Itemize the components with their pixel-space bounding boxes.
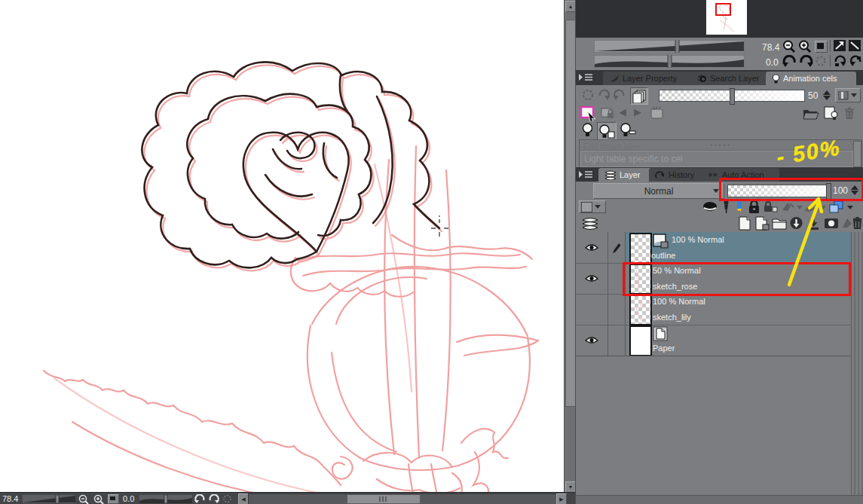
- rotate-flip-left-icon[interactable]: [834, 55, 846, 67]
- layer-name[interactable]: sketch_rose: [653, 282, 697, 291]
- scrollbar-thumb[interactable]: [565, 20, 576, 407]
- zoom-out-icon[interactable]: [782, 40, 795, 53]
- next-cel-icon[interactable]: ▶: [634, 106, 641, 118]
- layer-row-body[interactable]: 100 % Normal outline: [626, 232, 851, 263]
- statusbar-rotation-slider[interactable]: [139, 495, 192, 503]
- new-folder-icon[interactable]: [772, 217, 787, 230]
- spinner-up[interactable]: [823, 90, 831, 95]
- zoom-in-icon[interactable]: [798, 40, 811, 53]
- layer-row-body[interactable]: 100 % Normal sketch_lily: [626, 294, 851, 325]
- chevron-down-icon[interactable]: [820, 206, 826, 209]
- layer-opacity-spinner[interactable]: [849, 183, 859, 197]
- play-cels-icon[interactable]: [598, 89, 611, 101]
- reference-layer-icon[interactable]: [721, 200, 731, 214]
- chevron-down-icon[interactable]: [847, 206, 853, 209]
- onion-skin-icon[interactable]: [582, 89, 595, 101]
- show-all-cels-button[interactable]: [630, 87, 648, 105]
- reset-rotation-icon[interactable]: [816, 56, 827, 66]
- display-mode-dropdown[interactable]: [835, 88, 861, 102]
- rotate-flip-right-icon[interactable]: [849, 55, 862, 67]
- tab-animation-cels[interactable]: Animation cels: [766, 72, 856, 85]
- slider-handle[interactable]: [826, 183, 831, 200]
- statusbar-rotate-left-icon[interactable]: [194, 494, 206, 503]
- lock-icon[interactable]: [748, 200, 760, 214]
- canvas-horizontal-scrollbar[interactable]: [248, 493, 557, 504]
- visibility-cell[interactable]: [576, 263, 608, 294]
- lock-cel-icon[interactable]: [601, 107, 615, 120]
- lock-transparent-pixels-icon[interactable]: [764, 200, 778, 214]
- previous-cel-icon[interactable]: ◀: [619, 106, 626, 118]
- layer-thumbnail[interactable]: [629, 325, 652, 356]
- hscroll-right-button[interactable]: ▶: [556, 493, 567, 504]
- flip-vertical-icon[interactable]: [849, 40, 861, 52]
- navigator-rotation-slider[interactable]: [594, 55, 745, 68]
- new-cel-icon[interactable]: [650, 106, 665, 120]
- lightbulb-cel-button[interactable]: [597, 122, 617, 140]
- layer-row-sketch-rose[interactable]: 50 % Normal sketch_rose: [576, 263, 851, 295]
- merge-down-icon[interactable]: [806, 216, 821, 231]
- rotate-left-icon[interactable]: [782, 55, 797, 67]
- lightbulb-icon[interactable]: [582, 123, 593, 137]
- layer-name[interactable]: outline: [651, 251, 675, 260]
- layer-stack-icon[interactable]: [582, 217, 598, 230]
- palette-menu-icon[interactable]: [579, 170, 594, 179]
- tab-search-layer[interactable]: Search Layer: [690, 72, 775, 85]
- statusbar-fit-button[interactable]: [108, 494, 119, 504]
- new-vector-layer-icon[interactable]: [754, 216, 770, 231]
- rotate-right-icon[interactable]: [799, 55, 813, 67]
- spinner-down[interactable]: [851, 191, 858, 195]
- spinner-up[interactable]: [851, 185, 858, 190]
- tab-auto-action[interactable]: Auto Action: [702, 168, 779, 182]
- hscroll-thumb[interactable]: [347, 494, 421, 504]
- layer-row-body[interactable]: Paper: [626, 325, 851, 356]
- ruler-icon[interactable]: [804, 201, 819, 212]
- layer-thumbnail[interactable]: [629, 264, 652, 295]
- light-table-opacity-slider[interactable]: [659, 90, 805, 102]
- blend-mode-dropdown[interactable]: Normal: [593, 183, 724, 199]
- visibility-cell[interactable]: [576, 325, 608, 356]
- layer-mask-icon[interactable]: [824, 218, 839, 229]
- register-light-table-icon[interactable]: [580, 106, 598, 121]
- spinner-down[interactable]: [823, 96, 831, 100]
- cel-relay-icon[interactable]: [613, 89, 626, 101]
- clip-to-layer-below-icon[interactable]: [702, 201, 718, 212]
- palette-menu-icon[interactable]: [579, 73, 594, 82]
- eye-icon[interactable]: [585, 336, 598, 345]
- scroll-up-button[interactable]: ▲: [565, 1, 576, 12]
- lightbulb-bar-icon[interactable]: [620, 123, 636, 137]
- navigator-preview[interactable]: [576, 0, 863, 38]
- visibility-cell[interactable]: [576, 294, 608, 325]
- open-folder-icon[interactable]: [802, 106, 820, 121]
- statusbar-reset-rotation-icon[interactable]: [222, 494, 232, 503]
- layer-row-outline[interactable]: 100 % Normal outline: [576, 232, 851, 264]
- new-raster-layer-icon[interactable]: [738, 216, 751, 231]
- statusbar-zoom-slider[interactable]: [23, 495, 75, 503]
- tab-layer-property[interactable]: Layer Property: [603, 72, 699, 85]
- statusbar-zoom-out-icon[interactable]: [78, 494, 89, 504]
- layer-thumbnail[interactable]: [629, 233, 652, 264]
- layer-color-dropdown[interactable]: [579, 200, 606, 213]
- enable-mask-icon[interactable]: [781, 201, 796, 212]
- scroll-down-button[interactable]: ▼: [565, 481, 576, 493]
- draft-pencil-icon[interactable]: [734, 200, 745, 214]
- navigator-zoom-slider[interactable]: [594, 40, 745, 53]
- layer-name[interactable]: sketch_lily: [653, 313, 691, 322]
- slider-handle[interactable]: [730, 88, 735, 105]
- statusbar-zoom-in-icon[interactable]: [93, 494, 104, 504]
- layer-name[interactable]: Paper: [653, 344, 675, 353]
- splitter-dots[interactable]: ·····: [710, 140, 731, 149]
- layer-row-paper[interactable]: Paper: [576, 325, 851, 356]
- layer-opacity-slider[interactable]: [727, 185, 831, 197]
- list-scrollbar-stub[interactable]: [853, 141, 861, 167]
- statusbar-rotate-right-icon[interactable]: [208, 494, 219, 503]
- opacity-spinner[interactable]: [822, 88, 831, 102]
- fit-to-window-button[interactable]: [815, 41, 828, 53]
- hscroll-left-button[interactable]: ◀: [238, 493, 249, 504]
- canvas-area[interactable]: [0, 0, 564, 492]
- chevron-down-icon[interactable]: [797, 206, 803, 209]
- canvas-vertical-scrollbar[interactable]: ▲ ▼: [564, 0, 576, 492]
- layer-list-scroll-gutter[interactable]: [851, 232, 863, 495]
- cel-lightbulb-icon[interactable]: [823, 105, 840, 121]
- eye-icon[interactable]: [585, 274, 598, 283]
- flip-horizontal-icon[interactable]: [834, 40, 846, 52]
